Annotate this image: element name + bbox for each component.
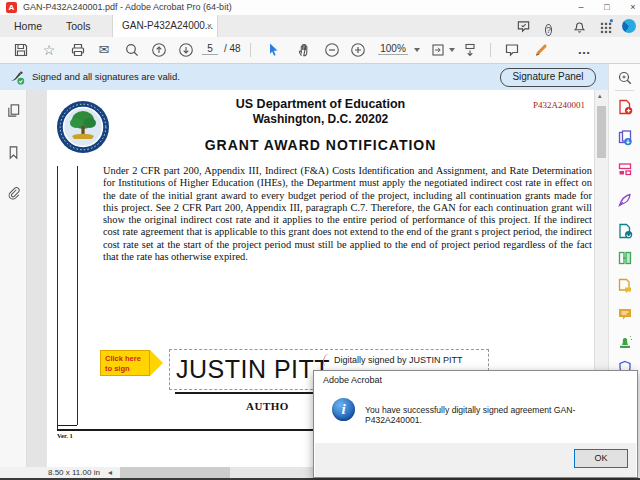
page-scrolling-icon[interactable] bbox=[462, 42, 478, 58]
request-signatures-icon[interactable] bbox=[617, 278, 633, 294]
zoom-out-icon[interactable] bbox=[324, 42, 340, 58]
comment-icon[interactable] bbox=[617, 306, 633, 322]
page-number-input[interactable]: 5 bbox=[202, 43, 218, 55]
signature-valid-icon bbox=[9, 69, 26, 86]
star-favorite-icon[interactable]: ☆ bbox=[41, 42, 57, 58]
fit-page-icon[interactable] bbox=[430, 42, 446, 58]
info-icon: i bbox=[332, 398, 355, 421]
attachments-icon[interactable] bbox=[6, 186, 21, 201]
page-thumbnails-icon[interactable] bbox=[6, 103, 21, 118]
close-button[interactable]: × bbox=[624, 0, 640, 15]
acrobat-logo-icon: A bbox=[6, 2, 17, 13]
help-icon[interactable]: ? bbox=[545, 19, 560, 34]
search-icon[interactable] bbox=[124, 42, 140, 58]
signature-status-message: Signed and all signatures are valid. bbox=[32, 71, 180, 82]
table-border-inner bbox=[77, 166, 78, 425]
doc-award-number: P432A240001 bbox=[47, 100, 585, 110]
dialog-title: Adobe Acrobat bbox=[323, 375, 382, 385]
main-toolbar: ☆ ✉ 5 / 48 100% bbox=[0, 37, 640, 64]
title-bar: A GAN-P432A240001.pdf - Adobe Acrobat Pr… bbox=[0, 0, 640, 15]
doc-org-address: Washington, D.C. 20202 bbox=[47, 112, 594, 126]
next-page-icon[interactable] bbox=[178, 42, 194, 58]
zoom-in-icon[interactable] bbox=[350, 42, 366, 58]
doc-paragraph: Under 2 CFR part 200, Appendix III, Indi… bbox=[103, 165, 592, 263]
signature-status-bar: Signed and all signatures are valid. Sig… bbox=[0, 64, 608, 90]
previous-page-icon[interactable] bbox=[151, 42, 167, 58]
dialog-message: You have successfully digitally signed a… bbox=[365, 405, 630, 425]
minimize-button[interactable]: – bbox=[572, 0, 590, 15]
app-grid-icon[interactable] bbox=[599, 19, 614, 34]
save-icon[interactable] bbox=[13, 42, 29, 58]
tab-tools[interactable]: Tools bbox=[60, 15, 97, 37]
search-tools-icon[interactable] bbox=[617, 70, 633, 86]
page-count-label: / 48 bbox=[224, 43, 241, 54]
signature-name: JUSTIN PITT bbox=[176, 355, 330, 384]
fill-and-sign-icon[interactable] bbox=[617, 192, 633, 208]
zoom-dropdown-icon[interactable] bbox=[414, 48, 420, 52]
tab-close-icon[interactable]: × bbox=[207, 15, 212, 37]
feedback-icon[interactable] bbox=[516, 19, 531, 34]
tab-document[interactable]: GAN-P432A24000... × bbox=[112, 15, 218, 37]
signature-digital-note: Digitally signed by JUSTIN PITT bbox=[334, 355, 463, 365]
sign-tag-line1: Click here bbox=[105, 354, 141, 363]
pencil-tool-icon[interactable] bbox=[533, 42, 549, 58]
convert-pdf-icon[interactable] bbox=[617, 223, 633, 239]
doc-title: GRANT AWARD NOTIFICATION bbox=[47, 137, 594, 153]
tab-home[interactable]: Home bbox=[8, 15, 48, 37]
export-pdf-icon[interactable] bbox=[617, 130, 633, 146]
navigation-rail bbox=[0, 90, 27, 467]
scroll-left-icon[interactable]: ◂ bbox=[108, 468, 112, 477]
tab-bar: Home Tools GAN-P432A24000... × ? bbox=[0, 15, 640, 37]
bookmarks-icon[interactable] bbox=[6, 145, 21, 160]
table-cell-bottom bbox=[57, 425, 77, 426]
signature-panel-button[interactable]: Signature Panel bbox=[500, 68, 596, 87]
more-tools-icon[interactable]: … bbox=[576, 42, 592, 58]
adobe-acrobat-dialog: Adobe Acrobat i You have successfully di… bbox=[313, 370, 638, 478]
notification-bell-icon[interactable] bbox=[572, 19, 587, 34]
scroll-up-icon[interactable]: ▴ bbox=[598, 92, 602, 100]
authorizing-official-label: AUTHO bbox=[246, 400, 289, 412]
print-icon[interactable] bbox=[70, 42, 86, 58]
email-icon[interactable]: ✉ bbox=[96, 42, 112, 58]
select-tool-icon[interactable] bbox=[266, 42, 282, 58]
page-size-label: 8.50 x 11.00 in bbox=[48, 468, 100, 477]
doc-version-label: Ver. 1 bbox=[57, 432, 73, 439]
acrobat-window: A GAN-P432A240001.pdf - Adobe Acrobat Pr… bbox=[0, 0, 640, 480]
zoom-level-input[interactable]: 100% bbox=[378, 43, 408, 55]
user-avatar[interactable] bbox=[622, 19, 636, 33]
ok-button[interactable]: OK bbox=[574, 449, 628, 468]
comment-tool-icon[interactable] bbox=[504, 42, 520, 58]
click-to-sign-tag[interactable]: Click hereto sign bbox=[100, 350, 150, 376]
sign-tag-line2: to sign bbox=[105, 364, 130, 373]
stamp-icon[interactable] bbox=[617, 334, 633, 350]
tab-document-label: GAN-P432A24000... bbox=[122, 15, 213, 37]
organize-pages-icon[interactable] bbox=[617, 161, 633, 177]
window-title: GAN-P432A240001.pdf - Adobe Acrobat Pro … bbox=[23, 2, 232, 12]
scan-ocr-icon[interactable] bbox=[617, 250, 633, 266]
vertical-scroll-thumb[interactable] bbox=[597, 106, 606, 158]
create-pdf-icon[interactable] bbox=[617, 99, 633, 115]
hand-tool-icon[interactable] bbox=[296, 42, 312, 58]
fit-page-dropdown-icon[interactable] bbox=[449, 48, 455, 52]
table-border-left bbox=[57, 166, 58, 430]
maximize-button[interactable]: □ bbox=[598, 0, 616, 15]
